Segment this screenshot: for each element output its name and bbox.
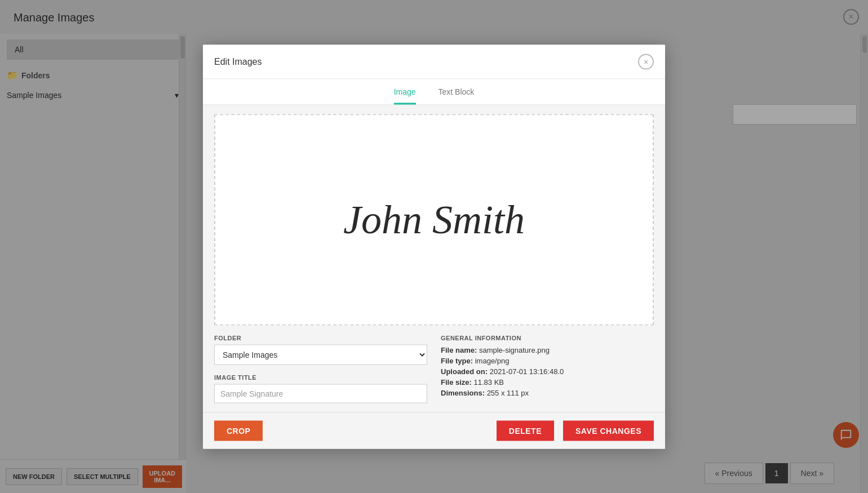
modal-tabs: Image Text Block (203, 79, 665, 105)
tab-text-block[interactable]: Text Block (439, 87, 475, 104)
signature-image: John Smith (343, 196, 525, 243)
tab-image[interactable]: Image (394, 87, 416, 104)
delete-button[interactable]: DELETE (497, 420, 554, 441)
filesize-label: File size: (441, 377, 472, 386)
form-section: FOLDER Sample Images All IMAGE TITLE GEN… (214, 334, 654, 403)
modal-body: John Smith FOLDER Sample Images All IMAG… (203, 105, 665, 412)
edit-images-modal: Edit Images × Image Text Block John Smit… (203, 45, 665, 448)
folder-label: FOLDER (214, 334, 427, 341)
modal-footer: CROP DELETE SAVE CHANGES (203, 412, 665, 448)
crop-button[interactable]: CROP (214, 420, 263, 441)
uploaded-label: Uploaded on: (441, 367, 488, 375)
info-dimensions: Dimensions: 255 x 111 px (441, 388, 654, 397)
image-preview: John Smith (214, 114, 654, 325)
filetype-label: File type: (441, 356, 473, 365)
modal-close-icon: × (644, 57, 648, 66)
modal-title: Edit Images (214, 56, 262, 66)
dimensions-value: 255 x 111 px (487, 388, 529, 397)
info-filetype: File type: image/png (441, 356, 654, 365)
filename-value: sample-signature.png (479, 345, 550, 354)
dimensions-label: Dimensions: (441, 388, 485, 397)
filename-label: File name: (441, 345, 477, 354)
uploaded-value: 2021-07-01 13:16:48.0 (490, 367, 564, 375)
save-changes-button[interactable]: SAVE CHANGES (563, 420, 654, 441)
info-uploaded: Uploaded on: 2021-07-01 13:16:48.0 (441, 367, 654, 375)
filesize-value: 11.83 KB (474, 377, 504, 386)
form-left: FOLDER Sample Images All IMAGE TITLE (214, 334, 427, 403)
info-filename: File name: sample-signature.png (441, 345, 654, 354)
form-right: GENERAL INFORMATION File name: sample-si… (441, 334, 654, 403)
image-title-input[interactable] (214, 384, 427, 403)
folder-select[interactable]: Sample Images All (214, 344, 427, 365)
info-filesize: File size: 11.83 KB (441, 377, 654, 386)
modal-header: Edit Images × (203, 45, 665, 79)
modal-close-button[interactable]: × (638, 54, 654, 69)
footer-right-buttons: DELETE SAVE CHANGES (497, 420, 654, 441)
general-info-title: GENERAL INFORMATION (441, 334, 654, 341)
image-title-label: IMAGE TITLE (214, 374, 427, 380)
filetype-value: image/png (475, 356, 510, 365)
